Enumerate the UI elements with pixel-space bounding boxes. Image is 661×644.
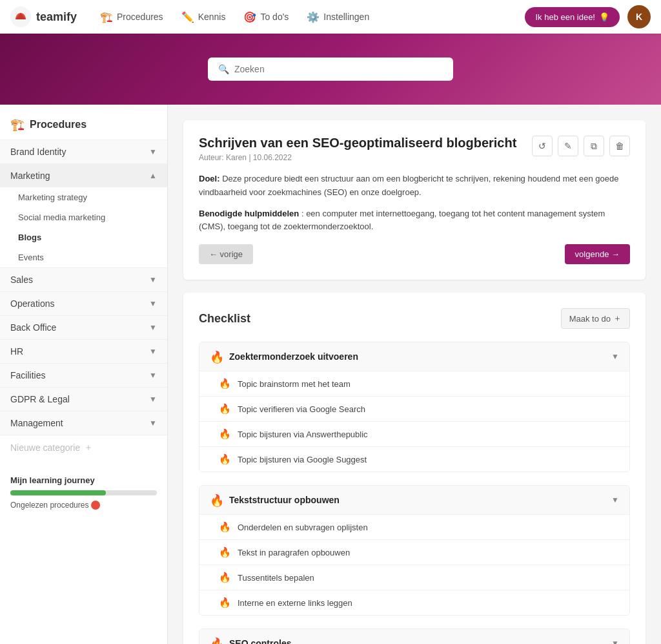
group-1-expand-icon: ▼ (611, 352, 619, 361)
checklist-item-1-1: 🔥 Topic brainstorm met het team (199, 371, 629, 396)
unread-count-badge (91, 501, 100, 510)
logo-area[interactable]: teamify (10, 6, 77, 27)
checklist-group-3-header[interactable]: 🔥 SEO controles ▼ (199, 629, 629, 644)
cat-marketing-label: Marketing (10, 171, 50, 181)
learning-journey-title: Mijn learning journey (10, 475, 157, 485)
group-3-expand-icon: ▼ (611, 639, 619, 644)
sidebar-cat-facilities[interactable]: Facilities ▼ (0, 363, 167, 387)
item-2-2-icon: 🔥 (219, 546, 231, 558)
sidebar-cat-brand-identity[interactable]: Brand Identity ▼ (0, 140, 167, 163)
edit-button[interactable]: ✎ (558, 136, 578, 156)
logo-text: teamify (36, 10, 77, 24)
checklist-group-2: 🔥 Tekststructuur opbouwen ▼ 🔥 Onderdelen… (199, 485, 630, 616)
idea-button[interactable]: Ik heb een idee! 💡 (525, 7, 620, 27)
sidebar-subcat-events[interactable]: Events (0, 247, 167, 267)
new-category-btn[interactable]: Nieuwe categorie ＋ (0, 435, 167, 460)
next-button[interactable]: volgende → (565, 244, 630, 264)
copy-button[interactable]: ⧉ (584, 136, 604, 156)
group-1-name: Zoektermonderzoek uitvoeren (229, 351, 358, 362)
user-avatar[interactable]: K (627, 5, 651, 28)
group-2-icon: 🔥 (210, 493, 223, 506)
nav-instellingen[interactable]: ⚙️ Instellingen (299, 7, 377, 27)
checklist-group-1: 🔥 Zoektermonderzoek uitvoeren ▼ 🔥 Topic … (199, 342, 630, 472)
hulpmiddelen-label: Benodigde hulpmiddelen (199, 209, 299, 218)
nav-kennis[interactable]: ✏️ Kennis (174, 7, 234, 27)
unread-procedures[interactable]: Ongelezen procedures (10, 501, 157, 510)
procedure-doel: Doel: Deze procedure biedt een structuur… (199, 172, 630, 200)
cat-operations-arrow: ▼ (149, 299, 157, 308)
cat-management-arrow: ▼ (149, 419, 157, 428)
sidebar-title: Procedures (30, 119, 86, 130)
sidebar-subcategories-marketing: Marketing strategy Social media marketin… (0, 187, 167, 267)
cat-facilities-arrow: ▼ (149, 371, 157, 380)
doel-label: Doel: (199, 174, 220, 183)
cat-back-office-label: Back Office (10, 322, 56, 333)
cat-gdpr-arrow: ▼ (149, 395, 157, 404)
sidebar-subcat-marketing-strategy[interactable]: Marketing strategy (0, 187, 167, 207)
sidebar-cat-operations[interactable]: Operations ▼ (0, 291, 167, 315)
item-1-1-icon: 🔥 (219, 378, 231, 390)
checklist-item-1-4: 🔥 Topic bijsturen via Google Suggest (199, 446, 629, 472)
cat-back-office-arrow: ▼ (149, 323, 157, 332)
checklist-card: Checklist Maak to do ＋ 🔥 Zoektermonderzo… (183, 293, 646, 644)
content-area: Schrijven van een SEO-geoptimaliseerd bl… (168, 105, 661, 644)
procedure-actions: ↺ ✎ ⧉ 🗑 (532, 136, 630, 156)
sidebar-cat-management[interactable]: Management ▼ (0, 411, 167, 435)
checklist-group-1-header[interactable]: 🔥 Zoektermonderzoek uitvoeren ▼ (199, 342, 629, 371)
maak-todo-plus-icon: ＋ (613, 313, 622, 324)
main-layout: 🏗️ Procedures Brand Identity ▼ Marketing… (0, 105, 661, 644)
checklist-header: Checklist Maak to do ＋ (199, 308, 630, 329)
checklist-group-2-header[interactable]: 🔥 Tekststructuur opbouwen ▼ (199, 486, 629, 514)
sidebar-subcat-social-media[interactable]: Social media marketing (0, 207, 167, 227)
sidebar-subcat-blogs[interactable]: Blogs (0, 227, 167, 247)
search-box: 🔍 (208, 57, 453, 81)
sidebar-cat-gdpr[interactable]: GDPR & Legal ▼ (0, 387, 167, 411)
sidebar-category-operations: Operations ▼ (0, 291, 167, 315)
item-1-4-text: Topic bijsturen via Google Suggest (238, 455, 367, 464)
group-3-name: SEO controles (229, 638, 291, 644)
checklist-item-1-3: 🔥 Topic bijsturen via Answerthepublic (199, 421, 629, 446)
item-2-1-text: Onderdelen en subvragen oplijsten (238, 523, 368, 532)
unread-procedures-label: Ongelezen procedures (10, 501, 88, 510)
item-2-2-text: Tekst in paragrafen opbouwen (238, 548, 350, 557)
idea-icon: 💡 (599, 12, 609, 22)
item-1-1-text: Topic brainstorm met het team (238, 379, 351, 389)
item-1-2-text: Topic verifieren via Google Search (238, 404, 365, 414)
checklist-item-1-2: 🔥 Topic verifieren via Google Search (199, 396, 629, 421)
search-icon: 🔍 (218, 64, 229, 74)
maak-todo-label: Maak to do (569, 314, 611, 324)
progress-bar-background (10, 490, 157, 495)
teamify-logo-icon (10, 6, 31, 27)
sidebar-category-facilities: Facilities ▼ (0, 363, 167, 387)
idea-button-label: Ik heb een idee! (535, 12, 595, 22)
nav-kennis-label: Kennis (198, 12, 226, 22)
nav-procedures[interactable]: 🏗️ Procedures (92, 7, 171, 27)
sidebar-category-back-office: Back Office ▼ (0, 315, 167, 339)
cat-sales-arrow: ▼ (149, 275, 157, 284)
search-input[interactable] (234, 64, 443, 74)
search-banner: 🔍 (0, 34, 661, 105)
sidebar-category-gdpr: GDPR & Legal ▼ (0, 387, 167, 411)
sidebar-cat-hr[interactable]: HR ▼ (0, 339, 167, 363)
new-category-label: Nieuwe categorie (10, 442, 80, 453)
sidebar-cat-back-office[interactable]: Back Office ▼ (0, 315, 167, 339)
sidebar-cat-sales[interactable]: Sales ▼ (0, 267, 167, 291)
checklist-item-2-1: 🔥 Onderdelen en subvragen oplijsten (199, 514, 629, 539)
item-2-1-icon: 🔥 (219, 521, 231, 533)
maak-todo-button[interactable]: Maak to do ＋ (561, 308, 630, 329)
delete-button[interactable]: 🗑 (609, 136, 630, 156)
cat-operations-label: Operations (10, 298, 54, 309)
sidebar-cat-marketing[interactable]: Marketing ▲ (0, 163, 167, 187)
sidebar-category-marketing: Marketing ▲ Marketing strategy Social me… (0, 163, 167, 267)
checklist-title: Checklist (199, 312, 250, 326)
nav-todos[interactable]: 🎯 To do's (236, 7, 296, 27)
cat-brand-identity-arrow: ▼ (149, 147, 157, 156)
group-2-name: Tekststructuur opbouwen (229, 495, 340, 505)
procedure-card: Schrijven van een SEO-geoptimaliseerd bl… (183, 120, 646, 280)
nav-procedures-label: Procedures (117, 12, 163, 22)
nav-instellingen-label: Instellingen (323, 12, 369, 22)
prev-button[interactable]: ← vorige (199, 244, 253, 264)
history-button[interactable]: ↺ (532, 136, 553, 156)
nav-items: 🏗️ Procedures ✏️ Kennis 🎯 To do's ⚙️ Ins… (92, 7, 525, 27)
item-1-3-text: Topic bijsturen via Answerthepublic (238, 430, 368, 439)
